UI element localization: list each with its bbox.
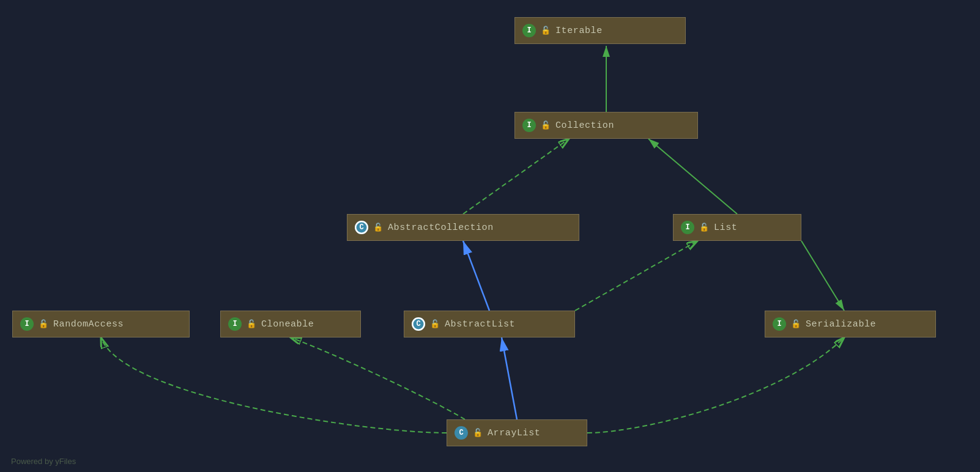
edge-arraylist-serializable [587, 337, 844, 433]
edge-arraylist-cloneable [291, 337, 465, 419]
label-serializable: Serializable [806, 319, 876, 330]
lock-abstractlist: 🔓 [430, 319, 440, 329]
label-cloneable: Cloneable [261, 319, 314, 330]
lock-serializable: 🔓 [791, 319, 801, 329]
badge-randomaccess: I [20, 317, 34, 331]
edge-abstractlist-abstractcollection [463, 241, 489, 311]
label-randomaccess: RandomAccess [53, 319, 124, 330]
node-list[interactable]: I 🔓 List [673, 214, 801, 241]
edge-arraylist-abstractlist [502, 337, 517, 419]
lock-iterable: 🔓 [541, 26, 551, 35]
badge-collection: I [522, 119, 536, 132]
badge-arraylist: C [455, 426, 468, 440]
lock-list: 🔓 [699, 223, 709, 232]
lock-randomaccess: 🔓 [39, 319, 48, 329]
badge-iterable: I [522, 24, 536, 37]
watermark: Powered by yFiles [11, 457, 76, 466]
diagram-container: I 🔓 Iterable I 🔓 Collection C 🔓 Abstract… [0, 0, 980, 472]
label-list: List [714, 223, 737, 233]
edge-list-collection [648, 139, 737, 214]
edge-abstractcollection-collection [463, 139, 569, 214]
node-abstractcollection[interactable]: C 🔓 AbstractCollection [347, 214, 579, 241]
badge-serializable: I [773, 317, 786, 331]
badge-abstractlist: C [412, 317, 425, 331]
node-arraylist[interactable]: C 🔓 ArrayList [447, 419, 587, 446]
label-abstractcollection: AbstractCollection [388, 223, 494, 233]
label-abstractlist: AbstractList [445, 319, 515, 330]
node-cloneable[interactable]: I 🔓 Cloneable [220, 311, 361, 337]
node-iterable[interactable]: I 🔓 Iterable [514, 17, 686, 44]
badge-list: I [681, 221, 694, 234]
lock-collection: 🔓 [541, 120, 551, 130]
edge-list-serializable [801, 241, 844, 311]
node-abstractlist[interactable]: C 🔓 AbstractList [404, 311, 575, 337]
badge-abstractcollection: C [355, 221, 368, 234]
node-collection[interactable]: I 🔓 Collection [514, 112, 698, 139]
lock-arraylist: 🔓 [473, 428, 483, 438]
node-serializable[interactable]: I 🔓 Serializable [765, 311, 936, 337]
edge-abstractlist-list [575, 241, 697, 311]
lock-cloneable: 🔓 [247, 319, 256, 329]
lock-abstractcollection: 🔓 [373, 223, 383, 232]
label-iterable: Iterable [555, 26, 603, 36]
badge-cloneable: I [228, 317, 242, 331]
edge-arraylist-randomaccess [101, 337, 447, 433]
label-arraylist: ArrayList [488, 428, 540, 438]
node-randomaccess[interactable]: I 🔓 RandomAccess [12, 311, 190, 337]
label-collection: Collection [555, 120, 614, 131]
